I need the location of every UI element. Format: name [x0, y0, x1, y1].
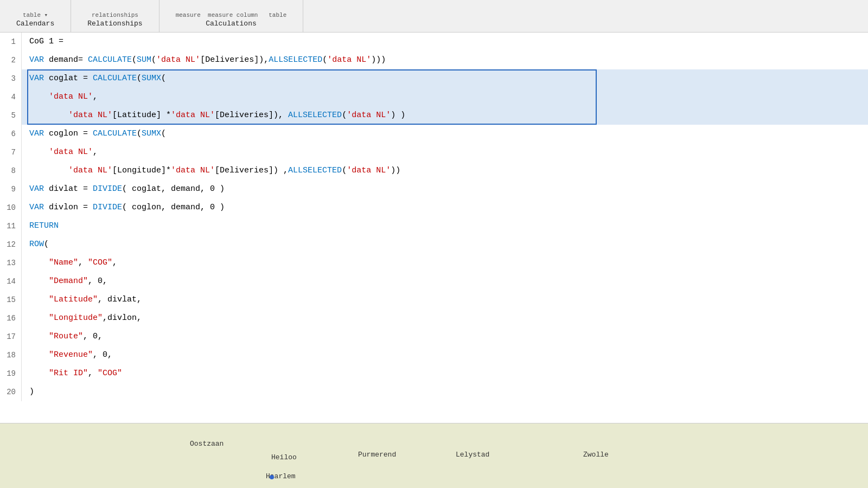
code-line-10: 10VAR divlon = DIVIDE( coglon, demand, 0… — [0, 198, 868, 217]
line-content-5[interactable]: 'data NL'[Latitude] *'data NL'[Deliverie… — [22, 106, 868, 125]
line-number-12: 12 — [0, 235, 22, 254]
code-line-16: 16 "Longitude",divlon, — [0, 309, 868, 328]
line-number-15: 15 — [0, 291, 22, 309]
code-line-8: 8 'data NL'[Longitude]*'data NL'[Deliver… — [0, 162, 868, 180]
ribbon: table ▾ Calendars relationships Relation… — [0, 0, 868, 33]
line-content-20[interactable]: ) — [22, 383, 868, 401]
line-number-4: 4 — [0, 88, 22, 106]
line-content-10[interactable]: VAR divlon = DIVIDE( coglon, demand, 0 ) — [22, 198, 868, 217]
line-number-7: 7 — [0, 143, 22, 162]
line-content-13[interactable]: "Name", "COG", — [22, 254, 868, 272]
code-line-6: 6VAR coglon = CALCULATE(SUMX( — [0, 125, 868, 143]
code-line-18: 18 "Revenue", 0, — [0, 346, 868, 364]
code-line-9: 9VAR divlat = DIVIDE( coglat, demand, 0 … — [0, 180, 868, 198]
map-city-oostzaan: Oostzaan — [190, 440, 224, 448]
code-line-20: 20) — [0, 383, 868, 401]
line-number-17: 17 — [0, 328, 22, 346]
line-number-8: 8 — [0, 162, 22, 180]
tab-calendars-label: Calendars — [16, 20, 54, 28]
code-line-4: 4 'data NL', — [0, 88, 868, 106]
line-content-4[interactable]: 'data NL', — [22, 88, 868, 106]
line-number-20: 20 — [0, 383, 22, 401]
code-line-12: 12ROW( — [0, 235, 868, 254]
line-number-11: 11 — [0, 217, 22, 235]
line-content-3[interactable]: VAR coglat = CALCULATE(SUMX( — [22, 69, 868, 88]
line-number-2: 2 — [0, 51, 22, 69]
line-content-18[interactable]: "Revenue", 0, — [22, 346, 868, 364]
code-area: 1CoG 1 =2VAR demand= CALCULATE(SUM('data… — [0, 33, 868, 401]
line-content-8[interactable]: 'data NL'[Longitude]*'data NL'[Deliverie… — [22, 162, 868, 180]
line-content-6[interactable]: VAR coglon = CALCULATE(SUMX( — [22, 125, 868, 143]
line-number-6: 6 — [0, 125, 22, 143]
line-number-1: 1 — [0, 33, 22, 51]
map-city-heiloo: Heiloo — [271, 453, 297, 461]
line-number-10: 10 — [0, 198, 22, 217]
line-number-13: 13 — [0, 254, 22, 272]
map-city-purmerend: Purmerend — [358, 451, 396, 459]
line-content-15[interactable]: "Latitude", divlat, — [22, 291, 868, 309]
map-city-lelystad: Lelystad — [456, 451, 489, 459]
code-line-17: 17 "Route", 0, — [0, 328, 868, 346]
line-content-9[interactable]: VAR divlat = DIVIDE( coglat, demand, 0 ) — [22, 180, 868, 198]
tab-calendars[interactable]: table ▾ Calendars — [0, 0, 71, 32]
line-number-9: 9 — [0, 180, 22, 198]
line-number-19: 19 — [0, 364, 22, 383]
line-content-7[interactable]: 'data NL', — [22, 143, 868, 162]
tab-calculations-label: Calculations — [206, 20, 257, 28]
map-city-zwolle: Zwolle — [583, 451, 609, 459]
line-content-2[interactable]: VAR demand= CALCULATE(SUM('data NL'[Deli… — [22, 51, 868, 69]
line-content-17[interactable]: "Route", 0, — [22, 328, 868, 346]
code-line-15: 15 "Latitude", divlat, — [0, 291, 868, 309]
line-content-11[interactable]: RETURN — [22, 217, 868, 235]
tab-calculations-top: measure measure column table — [176, 12, 287, 18]
tab-calendars-top: table ▾ — [23, 11, 48, 18]
line-content-19[interactable]: "Rit ID", "COG" — [22, 364, 868, 383]
line-content-12[interactable]: ROW( — [22, 235, 868, 254]
line-number-14: 14 — [0, 272, 22, 291]
code-line-13: 13 "Name", "COG", — [0, 254, 868, 272]
code-line-2: 2VAR demand= CALCULATE(SUM('data NL'[Del… — [0, 51, 868, 69]
line-number-18: 18 — [0, 346, 22, 364]
tab-relationships-label: Relationships — [87, 20, 142, 28]
line-number-16: 16 — [0, 309, 22, 328]
tab-relationships-top: relationships — [92, 12, 138, 18]
code-line-11: 11RETURN — [0, 217, 868, 235]
map-area: OostzaanHeilooPurmerendLelystadZwolleHaa… — [0, 423, 868, 488]
tab-calculations[interactable]: measure measure column table Calculation… — [159, 0, 304, 32]
code-line-1: 1CoG 1 = — [0, 33, 868, 51]
line-content-1[interactable]: CoG 1 = — [22, 33, 868, 51]
line-content-16[interactable]: "Longitude",divlon, — [22, 309, 868, 328]
code-editor[interactable]: 1CoG 1 =2VAR demand= CALCULATE(SUM('data… — [0, 33, 868, 423]
line-content-14[interactable]: "Demand", 0, — [22, 272, 868, 291]
map-location-dot — [270, 475, 274, 479]
code-line-5: 5 'data NL'[Latitude] *'data NL'[Deliver… — [0, 106, 868, 125]
line-number-5: 5 — [0, 106, 22, 125]
code-line-14: 14 "Demand", 0, — [0, 272, 868, 291]
code-line-7: 7 'data NL', — [0, 143, 868, 162]
code-line-3: 3VAR coglat = CALCULATE(SUMX( — [0, 69, 868, 88]
line-number-3: 3 — [0, 69, 22, 88]
tab-relationships[interactable]: relationships Relationships — [71, 0, 159, 32]
code-line-19: 19 "Rit ID", "COG" — [0, 364, 868, 383]
